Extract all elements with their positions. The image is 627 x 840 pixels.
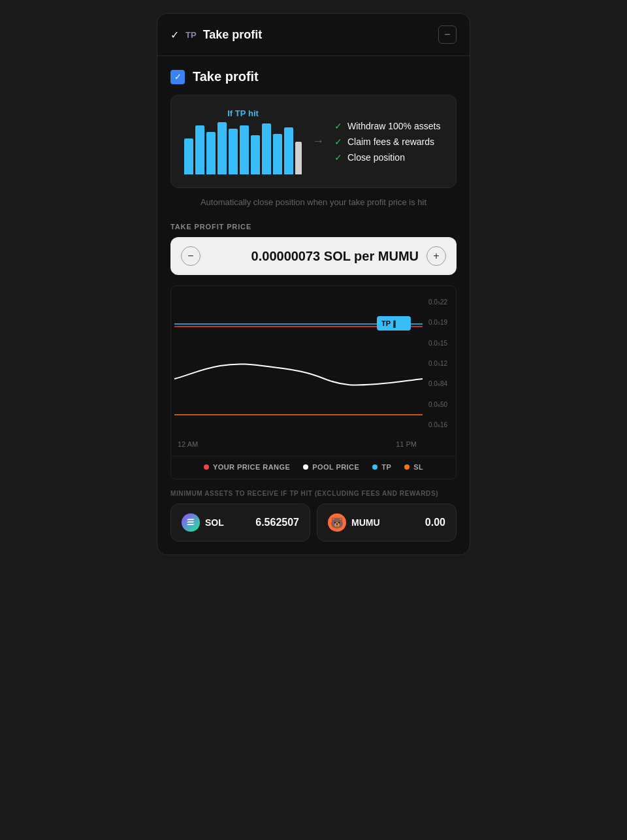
check-icon-3: ✓ bbox=[334, 152, 342, 163]
mumu-name: MUMU bbox=[351, 517, 380, 528]
legend-label-pool-price: POOL PRICE bbox=[312, 463, 359, 471]
legend-sl: SL bbox=[404, 463, 423, 471]
header-title: Take profit bbox=[203, 28, 263, 42]
bar-8 bbox=[273, 134, 282, 174]
take-profit-panel: ✓ TP Take profit − ✓ Take profit If TP h… bbox=[157, 13, 470, 555]
panel-content: ✓ Take profit If TP hit → ✓ Withdraw 100… bbox=[157, 56, 470, 555]
y-label-4: 0.0₅12 bbox=[428, 361, 453, 367]
action-withdraw: ✓ Withdraw 100% assets bbox=[334, 121, 440, 131]
section-title: Take profit bbox=[193, 69, 259, 84]
legend-price-range: YOUR PRICE RANGE bbox=[204, 463, 290, 471]
if-tp-text: If TP hit bbox=[184, 108, 302, 118]
description-text: Automatically close position when your t… bbox=[170, 197, 457, 207]
bar-9 bbox=[284, 127, 293, 174]
mumu-amount: 0.00 bbox=[425, 517, 445, 528]
sol-icon bbox=[182, 513, 200, 532]
legend-pool-price: POOL PRICE bbox=[303, 463, 359, 471]
checkbox-check-icon: ✓ bbox=[174, 72, 182, 82]
action-claim: ✓ Claim fees & rewards bbox=[334, 137, 440, 147]
sol-amount: 6.562507 bbox=[255, 517, 299, 528]
panel-header: ✓ TP Take profit − bbox=[157, 14, 470, 56]
mumu-asset-card: 🐻 MUMU 0.00 bbox=[317, 504, 457, 541]
info-actions: ✓ Withdraw 100% assets ✓ Claim fees & re… bbox=[334, 121, 440, 163]
legend-dot-tp bbox=[372, 464, 378, 470]
bar-chart bbox=[184, 122, 302, 174]
y-label-1: 0.0₅22 bbox=[428, 299, 453, 306]
check-icon-1: ✓ bbox=[334, 121, 342, 131]
check-icon-2: ✓ bbox=[334, 137, 342, 147]
bar-chart-wrapper: If TP hit bbox=[184, 108, 302, 174]
y-label-5: 0.0₆84 bbox=[428, 381, 453, 387]
legend-dot-pool-price bbox=[303, 464, 308, 470]
min-assets-label: MINIMUM ASSETS TO RECEIVE IF TP HIT (EXC… bbox=[170, 490, 457, 497]
bar-10 bbox=[295, 142, 302, 174]
chart-inner: TP ‖ 0.0₅22 0.0₅19 0.0₅15 0.0₅12 0.0₆84 … bbox=[171, 294, 456, 438]
section-header: ✓ Take profit bbox=[170, 69, 457, 84]
price-chart: TP ‖ 0.0₅22 0.0₅19 0.0₅15 0.0₅12 0.0₆84 … bbox=[170, 285, 457, 479]
y-label-6: 0.0₆50 bbox=[428, 402, 453, 408]
legend-dot-sl bbox=[404, 464, 410, 470]
y-label-7: 0.0₆16 bbox=[428, 422, 453, 428]
y-label-2: 0.0₅19 bbox=[428, 319, 453, 326]
y-label-3: 0.0₅15 bbox=[428, 340, 453, 347]
mumu-icon: 🐻 bbox=[328, 513, 346, 532]
price-increase-button[interactable]: + bbox=[426, 246, 446, 266]
legend-label-price-range: YOUR PRICE RANGE bbox=[213, 463, 290, 471]
collapse-button[interactable]: − bbox=[438, 25, 457, 44]
sol-asset-left: SOL bbox=[182, 513, 224, 532]
assets-row: SOL 6.562507 🐻 MUMU 0.00 bbox=[170, 504, 457, 541]
take-profit-price-label: TAKE PROFIT PRICE bbox=[170, 223, 457, 231]
chart-legend: YOUR PRICE RANGE POOL PRICE TP SL bbox=[171, 456, 456, 479]
bar-7 bbox=[262, 123, 271, 174]
price-decrease-button[interactable]: − bbox=[181, 246, 201, 266]
legend-label-sl: SL bbox=[413, 463, 423, 471]
header-tp-label: TP bbox=[185, 30, 197, 40]
enable-checkbox[interactable]: ✓ bbox=[170, 70, 185, 84]
chart-plot-area: TP ‖ bbox=[171, 294, 426, 438]
bar-5 bbox=[240, 125, 249, 174]
sol-asset-card: SOL 6.562507 bbox=[170, 504, 310, 541]
price-value[interactable]: 0.00000073 SOL per MUMU bbox=[208, 249, 419, 264]
legend-tp: TP bbox=[372, 463, 391, 471]
mumu-asset-left: 🐻 MUMU bbox=[328, 513, 380, 532]
y-axis-labels: 0.0₅22 0.0₅19 0.0₅15 0.0₅12 0.0₆84 0.0₆5… bbox=[426, 294, 456, 438]
sol-name: SOL bbox=[205, 517, 224, 528]
info-card: If TP hit → ✓ Withdraw 100% assets ✓ Cla… bbox=[170, 95, 457, 188]
legend-label-tp: TP bbox=[381, 463, 391, 471]
legend-dot-price-range bbox=[204, 464, 209, 470]
bar-1 bbox=[195, 125, 204, 174]
arrow-icon: → bbox=[312, 135, 324, 148]
chart-svg: TP ‖ bbox=[171, 294, 426, 438]
x-axis-labels: 12 AM 11 PM bbox=[171, 438, 423, 453]
header-left: ✓ TP Take profit bbox=[170, 28, 262, 42]
x-label-start: 12 AM bbox=[178, 440, 198, 448]
bar-4 bbox=[229, 129, 238, 174]
header-checkmark-icon: ✓ bbox=[170, 29, 179, 41]
svg-text:TP ‖: TP ‖ bbox=[381, 319, 396, 328]
bar-2 bbox=[206, 132, 216, 174]
bar-6 bbox=[251, 135, 260, 174]
x-label-end: 11 PM bbox=[396, 440, 417, 448]
bar-0 bbox=[184, 138, 193, 174]
action-close: ✓ Close position bbox=[334, 152, 440, 163]
price-input-row: − 0.00000073 SOL per MUMU + bbox=[170, 237, 457, 275]
bar-3 bbox=[217, 122, 227, 174]
